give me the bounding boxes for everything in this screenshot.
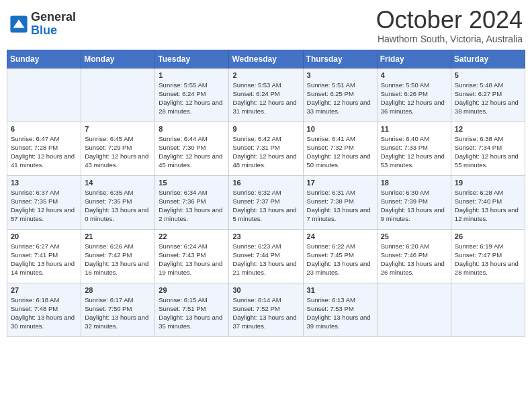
calendar-cell: 24Sunrise: 6:22 AMSunset: 7:45 PMDayligh…: [303, 229, 377, 283]
calendar-cell: 21Sunrise: 6:26 AMSunset: 7:42 PMDayligh…: [81, 229, 155, 283]
day-info: Sunrise: 6:14 AMSunset: 7:52 PMDaylight:…: [232, 295, 299, 331]
weekday-header-friday: Friday: [377, 50, 451, 68]
calendar-cell: 26Sunrise: 6:19 AMSunset: 7:47 PMDayligh…: [451, 229, 525, 283]
day-info: Sunrise: 6:31 AMSunset: 7:38 PMDaylight:…: [307, 188, 373, 224]
day-number: 14: [85, 179, 151, 187]
day-info: Sunrise: 6:17 AMSunset: 7:50 PMDaylight:…: [85, 295, 151, 331]
day-number: 3: [307, 71, 373, 79]
calendar-cell: 9Sunrise: 6:42 AMSunset: 7:31 PMDaylight…: [229, 122, 303, 175]
calendar-cell: 22Sunrise: 6:24 AMSunset: 7:43 PMDayligh…: [155, 229, 229, 283]
day-number: 6: [11, 125, 77, 133]
day-info: Sunrise: 6:13 AMSunset: 7:53 PMDaylight:…: [307, 295, 373, 331]
calendar-cell: 8Sunrise: 6:44 AMSunset: 7:30 PMDaylight…: [155, 122, 229, 175]
calendar-cell: 23Sunrise: 6:23 AMSunset: 7:44 PMDayligh…: [229, 229, 303, 283]
calendar-cell: 17Sunrise: 6:31 AMSunset: 7:38 PMDayligh…: [303, 175, 377, 229]
day-info: Sunrise: 6:19 AMSunset: 7:47 PMDaylight:…: [455, 242, 521, 277]
calendar-cell: 1Sunrise: 5:55 AMSunset: 6:24 PMDaylight…: [155, 68, 229, 122]
calendar-cell: 19Sunrise: 6:28 AMSunset: 7:40 PMDayligh…: [451, 175, 525, 229]
day-info: Sunrise: 6:26 AMSunset: 7:42 PMDaylight:…: [85, 242, 151, 277]
calendar-cell: 30Sunrise: 6:14 AMSunset: 7:52 PMDayligh…: [229, 283, 303, 336]
day-number: 29: [159, 286, 225, 294]
calendar-week-2: 6Sunrise: 6:47 AMSunset: 7:28 PMDaylight…: [7, 122, 525, 175]
day-number: 26: [455, 232, 521, 240]
day-info: Sunrise: 6:40 AMSunset: 7:33 PMDaylight:…: [381, 134, 447, 170]
calendar-week-5: 27Sunrise: 6:18 AMSunset: 7:48 PMDayligh…: [7, 283, 525, 336]
day-info: Sunrise: 6:44 AMSunset: 7:30 PMDaylight:…: [159, 134, 225, 170]
day-number: 4: [381, 71, 447, 79]
day-info: Sunrise: 6:45 AMSunset: 7:29 PMDaylight:…: [85, 134, 151, 170]
weekday-header-wednesday: Wednesday: [229, 50, 303, 68]
calendar-cell: 5Sunrise: 5:48 AMSunset: 6:27 PMDaylight…: [451, 68, 525, 122]
day-info: Sunrise: 6:42 AMSunset: 7:31 PMDaylight:…: [232, 134, 299, 170]
calendar-week-4: 20Sunrise: 6:27 AMSunset: 7:41 PMDayligh…: [7, 229, 525, 283]
day-number: 23: [232, 232, 299, 240]
calendar-cell: 18Sunrise: 6:30 AMSunset: 7:39 PMDayligh…: [377, 175, 451, 229]
day-info: Sunrise: 6:38 AMSunset: 7:34 PMDaylight:…: [455, 134, 521, 170]
day-info: Sunrise: 5:50 AMSunset: 6:26 PMDaylight:…: [381, 81, 447, 116]
day-number: 11: [381, 125, 447, 133]
day-number: 21: [85, 232, 151, 240]
weekday-header-sunday: Sunday: [7, 50, 81, 68]
logo: General Blue: [9, 11, 76, 38]
calendar-cell: 25Sunrise: 6:20 AMSunset: 7:46 PMDayligh…: [377, 229, 451, 283]
day-number: 31: [307, 286, 373, 294]
page-header: General Blue October 2024 Hawthorn South…: [7, 7, 525, 44]
calendar-week-3: 13Sunrise: 6:37 AMSunset: 7:35 PMDayligh…: [7, 175, 525, 229]
day-number: 30: [232, 286, 299, 294]
logo-general: General: [31, 11, 76, 24]
logo-icon: [9, 15, 28, 34]
day-info: Sunrise: 6:34 AMSunset: 7:36 PMDaylight:…: [159, 188, 225, 224]
day-info: Sunrise: 6:20 AMSunset: 7:46 PMDaylight:…: [381, 242, 447, 277]
day-info: Sunrise: 5:51 AMSunset: 6:25 PMDaylight:…: [307, 81, 373, 116]
day-number: 12: [455, 125, 521, 133]
calendar-cell: [81, 68, 155, 122]
weekday-header-saturday: Saturday: [451, 50, 525, 68]
day-number: 25: [381, 232, 447, 240]
day-info: Sunrise: 6:37 AMSunset: 7:35 PMDaylight:…: [11, 188, 77, 224]
day-number: 27: [11, 286, 77, 294]
day-info: Sunrise: 6:27 AMSunset: 7:41 PMDaylight:…: [11, 242, 77, 277]
day-info: Sunrise: 6:18 AMSunset: 7:48 PMDaylight:…: [11, 295, 77, 331]
calendar-cell: 27Sunrise: 6:18 AMSunset: 7:48 PMDayligh…: [7, 283, 81, 336]
day-info: Sunrise: 5:53 AMSunset: 6:24 PMDaylight:…: [232, 81, 299, 116]
calendar-cell: 4Sunrise: 5:50 AMSunset: 6:26 PMDaylight…: [377, 68, 451, 122]
calendar-cell: 31Sunrise: 6:13 AMSunset: 7:53 PMDayligh…: [303, 283, 377, 336]
day-number: 20: [11, 232, 77, 240]
calendar-cell: 12Sunrise: 6:38 AMSunset: 7:34 PMDayligh…: [451, 122, 525, 175]
day-info: Sunrise: 6:24 AMSunset: 7:43 PMDaylight:…: [159, 242, 225, 277]
day-number: 2: [232, 71, 299, 79]
logo-blue: Blue: [31, 24, 76, 38]
calendar-cell: 2Sunrise: 5:53 AMSunset: 6:24 PMDaylight…: [229, 68, 303, 122]
calendar-cell: 28Sunrise: 6:17 AMSunset: 7:50 PMDayligh…: [81, 283, 155, 336]
day-number: 15: [159, 179, 225, 187]
logo-text: General Blue: [31, 11, 76, 38]
day-number: 19: [455, 179, 521, 187]
calendar-cell: 6Sunrise: 6:47 AMSunset: 7:28 PMDaylight…: [7, 122, 81, 175]
day-info: Sunrise: 6:22 AMSunset: 7:45 PMDaylight:…: [307, 242, 373, 277]
calendar-cell: 14Sunrise: 6:35 AMSunset: 7:35 PMDayligh…: [81, 175, 155, 229]
calendar-cell: 29Sunrise: 6:15 AMSunset: 7:51 PMDayligh…: [155, 283, 229, 336]
day-number: 8: [159, 125, 225, 133]
day-number: 5: [455, 71, 521, 79]
location-subtitle: Hawthorn South, Victoria, Australia: [376, 34, 523, 44]
day-number: 22: [159, 232, 225, 240]
calendar-cell: 20Sunrise: 6:27 AMSunset: 7:41 PMDayligh…: [7, 229, 81, 283]
day-number: 24: [307, 232, 373, 240]
calendar-week-1: 1Sunrise: 5:55 AMSunset: 6:24 PMDaylight…: [7, 68, 525, 122]
day-number: 13: [11, 179, 77, 187]
calendar-cell: 15Sunrise: 6:34 AMSunset: 7:36 PMDayligh…: [155, 175, 229, 229]
weekday-header-row: SundayMondayTuesdayWednesdayThursdayFrid…: [7, 50, 525, 68]
day-info: Sunrise: 6:35 AMSunset: 7:35 PMDaylight:…: [85, 188, 151, 224]
day-info: Sunrise: 6:28 AMSunset: 7:40 PMDaylight:…: [455, 188, 521, 224]
day-info: Sunrise: 6:47 AMSunset: 7:28 PMDaylight:…: [11, 134, 77, 170]
day-info: Sunrise: 6:23 AMSunset: 7:44 PMDaylight:…: [232, 242, 299, 277]
weekday-header-thursday: Thursday: [303, 50, 377, 68]
calendar-cell: [451, 283, 525, 336]
calendar-cell: 13Sunrise: 6:37 AMSunset: 7:35 PMDayligh…: [7, 175, 81, 229]
calendar-table: SundayMondayTuesdayWednesdayThursdayFrid…: [7, 50, 525, 337]
month-title: October 2024: [376, 7, 523, 34]
weekday-header-monday: Monday: [81, 50, 155, 68]
day-info: Sunrise: 6:32 AMSunset: 7:37 PMDaylight:…: [232, 188, 299, 224]
day-info: Sunrise: 6:15 AMSunset: 7:51 PMDaylight:…: [159, 295, 225, 331]
calendar-cell: 16Sunrise: 6:32 AMSunset: 7:37 PMDayligh…: [229, 175, 303, 229]
